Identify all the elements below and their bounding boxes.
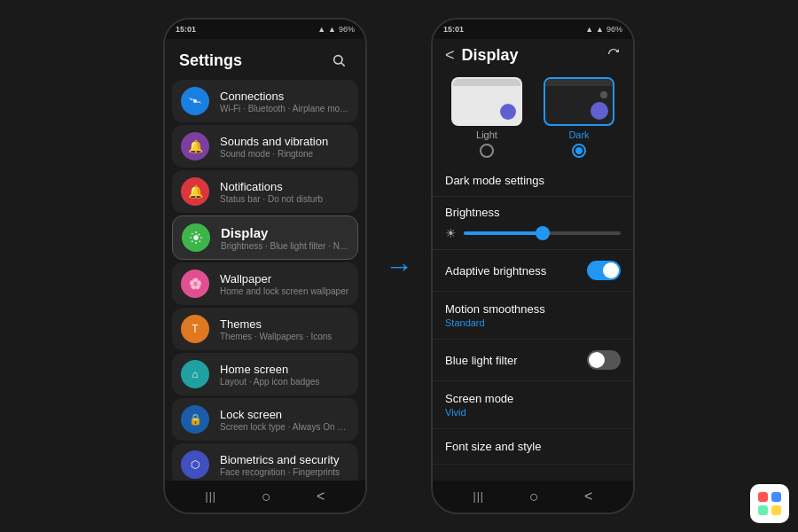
right-time: 15:01 (443, 25, 464, 34)
dark-mode-preview (544, 77, 614, 126)
brightness-slider[interactable] (464, 231, 621, 235)
brightness-row: ☀ (445, 226, 621, 240)
search-button[interactable] (326, 48, 351, 73)
adaptive-brightness-toggle[interactable] (587, 261, 621, 280)
wifi-icon: ▲ (328, 25, 336, 34)
dark-mode-card[interactable]: Dark (537, 77, 621, 158)
right-wifi-icon: ▲ (596, 25, 604, 34)
motion-smoothness-row[interactable]: Motion smoothness Standard (433, 292, 633, 340)
left-time: 15:01 (176, 25, 196, 34)
lockscreen-text: Lock screen Screen lock type · Always On… (220, 408, 349, 432)
right-nav-home-btn[interactable]: ○ (529, 488, 539, 506)
light-mode-preview (451, 77, 522, 126)
signal-icon: ▲ (317, 25, 325, 34)
svg-rect-4 (758, 492, 768, 502)
left-status-icons: ▲ ▲ 96% (317, 25, 355, 34)
right-signal-icon: ▲ (585, 25, 593, 34)
nav-home-btn[interactable]: ○ (262, 488, 271, 506)
lockscreen-icon: 🔒 (181, 405, 209, 434)
font-size-row[interactable]: Font size and style (433, 429, 633, 465)
right-nav-back-btn[interactable]: < (584, 489, 592, 505)
light-mode-radio[interactable] (480, 144, 494, 158)
svg-line-1 (341, 63, 345, 66)
settings-header: Settings (165, 39, 365, 80)
settings-item-biometrics[interactable]: ⬡ Biometrics and security Face recogniti… (172, 443, 358, 481)
wallpaper-text: Wallpaper Home and lock screen wallpaper (220, 272, 349, 296)
blue-light-toggle[interactable] (587, 350, 621, 370)
svg-rect-6 (758, 505, 768, 515)
right-phone: 15:01 ▲ ▲ 96% < Display (431, 18, 635, 514)
notifications-icon: 🔔 (181, 177, 209, 206)
blue-light-filter-label: Blue light filter (445, 354, 518, 367)
svg-point-2 (193, 99, 197, 103)
homescreen-icon: ⌂ (181, 360, 209, 388)
screen-mode-row[interactable]: Screen mode Vivid (433, 381, 633, 429)
settings-item-connections[interactable]: Connections Wi-Fi · Bluetooth · Airplane… (172, 80, 358, 122)
lockscreen-label: Lock screen (220, 408, 349, 421)
biometrics-sub: Face recognition · Fingerprints (220, 467, 349, 477)
settings-item-homescreen[interactable]: ⌂ Home screen Layout · App icon badges (172, 353, 358, 395)
settings-item-display[interactable]: Display Brightness · Blue light filter ·… (172, 215, 358, 260)
sounds-sub: Sound mode · Ringtone (220, 149, 349, 159)
right-battery-text: 96% (606, 25, 622, 34)
dark-mode-radio[interactable] (572, 144, 586, 158)
refresh-button[interactable] (606, 47, 621, 65)
light-mode-label: Light (476, 129, 497, 140)
left-status-bar: 15:01 ▲ ▲ 96% (165, 20, 365, 39)
brightness-thumb (536, 226, 550, 240)
dark-mode-circle (591, 102, 608, 120)
adaptive-brightness-row[interactable]: Adaptive brightness (433, 250, 633, 292)
left-screen: Settings Conne (165, 39, 365, 481)
dark-mode-settings-row[interactable]: Dark mode settings (433, 165, 633, 197)
settings-item-notifications[interactable]: 🔔 Notifications Status bar · Do not dist… (172, 170, 358, 213)
right-status-icons: ▲ ▲ 96% (585, 25, 622, 34)
toggle-thumb (603, 262, 619, 278)
wallpaper-sub: Home and lock screen wallpaper (220, 286, 349, 296)
screen-mode-sub: Vivid (445, 407, 513, 418)
homescreen-text: Home screen Layout · App icon badges (220, 363, 349, 387)
settings-list: Connections Wi-Fi · Bluetooth · Airplane… (165, 80, 365, 481)
wallpaper-icon: 🌸 (181, 270, 209, 298)
right-screen: < Display Light (433, 39, 633, 481)
sounds-text: Sounds and vibration Sound mode · Ringto… (220, 135, 349, 159)
display-label: Display (221, 225, 348, 240)
biometrics-icon: ⬡ (181, 450, 209, 479)
light-mode-card[interactable]: Light (445, 77, 528, 158)
right-status-bar: 15:01 ▲ ▲ 96% (433, 20, 633, 39)
sounds-label: Sounds and vibration (220, 135, 349, 148)
dark-notch (600, 91, 607, 98)
left-phone: 15:01 ▲ ▲ 96% Settings (163, 18, 367, 514)
svg-point-0 (334, 56, 342, 64)
display-screen-title: Display (462, 46, 599, 65)
light-preview-bar (453, 79, 520, 86)
blue-light-filter-row[interactable]: Blue light filter (433, 340, 633, 381)
display-icon (182, 223, 210, 252)
notifications-text: Notifications Status bar · Do not distur… (220, 180, 349, 204)
homescreen-label: Home screen (220, 363, 349, 376)
settings-item-wallpaper[interactable]: 🌸 Wallpaper Home and lock screen wallpap… (172, 262, 358, 305)
display-text: Display Brightness · Blue light filter ·… (221, 225, 348, 251)
connections-text: Connections Wi-Fi · Bluetooth · Airplane… (220, 90, 349, 113)
nav-back-btn[interactable]: < (317, 489, 325, 505)
homescreen-sub: Layout · App icon badges (220, 377, 349, 387)
screen-mode-label: Screen mode (445, 392, 513, 405)
motion-smoothness-text: Motion smoothness Standard (445, 302, 545, 328)
nav-recent-btn[interactable]: ||| (206, 490, 216, 503)
corner-app-icon (750, 484, 789, 523)
settings-item-lockscreen[interactable]: 🔒 Lock screen Screen lock type · Always … (172, 398, 358, 441)
brightness-fill (464, 231, 543, 235)
blue-light-filter-text: Blue light filter (445, 354, 518, 367)
light-mode-circle (500, 104, 516, 120)
settings-item-themes[interactable]: T Themes Themes · Wallpapers · Icons (172, 308, 358, 350)
display-screen-header: < Display (433, 39, 633, 70)
dark-mode-settings-label: Dark mode settings (445, 174, 544, 187)
connections-sub: Wi-Fi · Bluetooth · Airplane mode (220, 104, 349, 113)
right-nav-recent-btn[interactable]: ||| (473, 490, 484, 503)
biometrics-label: Biometrics and security (220, 453, 349, 466)
settings-item-sounds[interactable]: 🔔 Sounds and vibration Sound mode · Ring… (172, 125, 358, 168)
back-button[interactable]: < (445, 46, 455, 65)
notifications-label: Notifications (220, 180, 349, 193)
motion-smoothness-label: Motion smoothness (445, 302, 545, 316)
biometrics-text: Biometrics and security Face recognition… (220, 453, 349, 477)
main-container: 15:01 ▲ ▲ 96% Settings (0, 0, 798, 532)
